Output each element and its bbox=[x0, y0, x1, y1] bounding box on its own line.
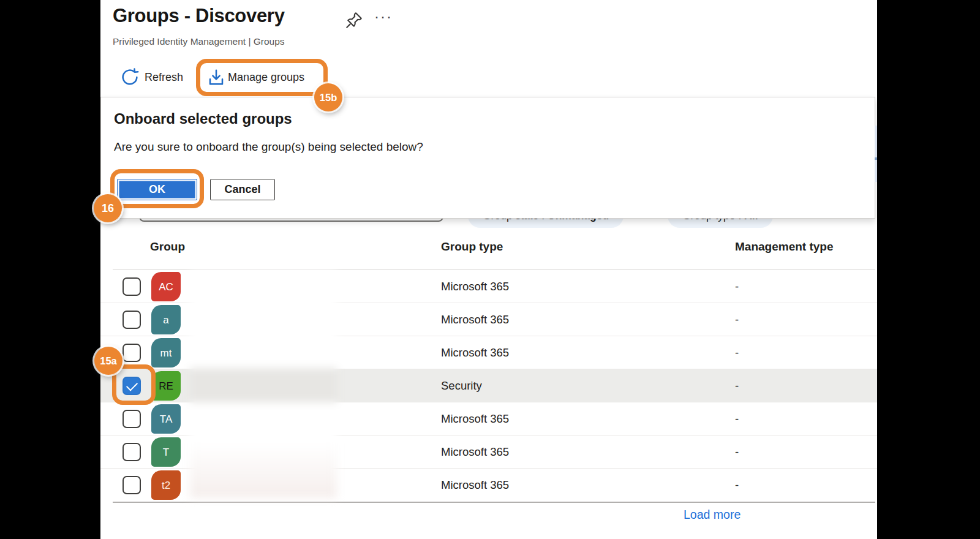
group-type-cell: Microsoft 365 bbox=[441, 469, 509, 502]
cancel-button[interactable]: Cancel bbox=[210, 179, 275, 200]
management-type-cell: - bbox=[735, 435, 739, 469]
highlight-ok-button bbox=[110, 169, 204, 208]
dialog-message: Are you sure to onboard the group(s) bei… bbox=[114, 140, 423, 154]
group-avatar: RE bbox=[151, 371, 181, 401]
group-type-cell: Microsoft 365 bbox=[441, 402, 509, 435]
breadcrumb: Privileged Identity Management | Groups bbox=[113, 36, 285, 47]
step-badge-15a: 15a bbox=[94, 347, 123, 375]
row-checkbox[interactable] bbox=[123, 311, 141, 329]
page-title: Groups - Discovery bbox=[113, 5, 285, 27]
group-type-cell: Microsoft 365 bbox=[441, 435, 509, 469]
step-badge-16: 16 bbox=[94, 194, 122, 222]
management-type-cell: - bbox=[735, 336, 739, 369]
pin-icon[interactable] bbox=[344, 10, 364, 30]
redacted-group-names bbox=[190, 271, 337, 498]
right-bezel bbox=[877, 0, 980, 539]
highlight-manage-groups bbox=[196, 59, 328, 96]
highlight-row-checkbox bbox=[112, 364, 156, 405]
column-header-management-type: Management type bbox=[735, 240, 833, 254]
step-badge-15b: 15b bbox=[314, 83, 342, 111]
table-bottom-border bbox=[113, 502, 875, 503]
onboard-dialog: Onboard selected groups Are you sure to … bbox=[100, 97, 875, 219]
group-avatar: TA bbox=[151, 404, 181, 434]
group-avatar: AC bbox=[151, 272, 181, 301]
refresh-icon bbox=[120, 67, 140, 87]
left-bezel bbox=[0, 0, 100, 539]
row-checkbox[interactable] bbox=[123, 344, 141, 362]
group-type-cell: Microsoft 365 bbox=[441, 303, 509, 336]
management-type-cell: - bbox=[735, 270, 739, 303]
management-type-cell: - bbox=[735, 402, 739, 435]
group-avatar: t2 bbox=[151, 470, 181, 500]
management-type-cell: - bbox=[735, 369, 739, 402]
load-more-link[interactable]: Load more bbox=[684, 508, 741, 522]
group-type-cell: Microsoft 365 bbox=[441, 270, 509, 303]
row-checkbox[interactable] bbox=[123, 410, 141, 428]
group-avatar: a bbox=[151, 305, 181, 334]
dialog-title: Onboard selected groups bbox=[114, 110, 292, 127]
refresh-button[interactable]: Refresh bbox=[145, 71, 183, 84]
group-type-cell: Security bbox=[441, 369, 482, 402]
redacted-gradient bbox=[190, 443, 337, 498]
row-checkbox[interactable] bbox=[123, 277, 141, 296]
more-options-icon[interactable]: ··· bbox=[374, 8, 393, 25]
row-checkbox[interactable] bbox=[123, 476, 141, 494]
group-type-cell: Microsoft 365 bbox=[441, 336, 509, 369]
redacted-highlight-band bbox=[190, 368, 337, 402]
column-header-group-type: Group type bbox=[441, 240, 503, 254]
column-header-group: Group bbox=[150, 240, 185, 254]
management-type-cell: - bbox=[735, 469, 739, 502]
group-avatar: T bbox=[151, 437, 181, 467]
group-avatar: mt bbox=[151, 338, 181, 368]
row-checkbox[interactable] bbox=[123, 443, 141, 461]
management-type-cell: - bbox=[735, 303, 739, 336]
